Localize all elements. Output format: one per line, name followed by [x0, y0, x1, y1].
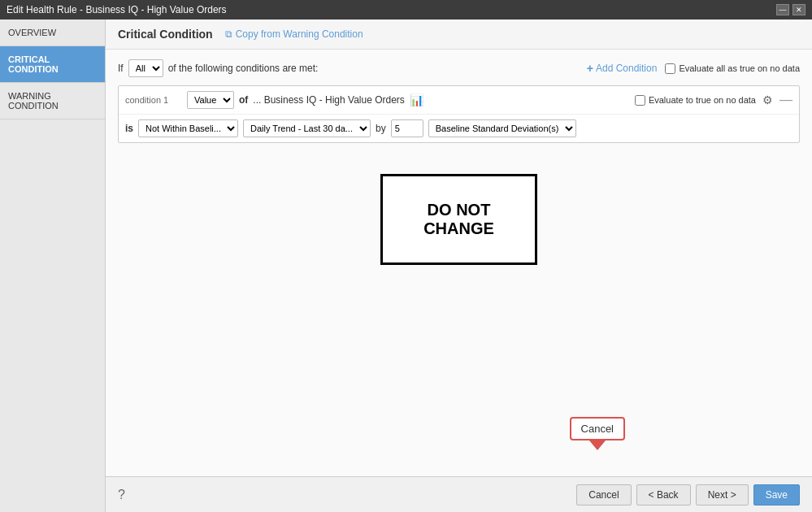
evaluate-all-row: Evaluate all as true on no data: [665, 63, 800, 74]
help-button[interactable]: ?: [118, 488, 125, 502]
do-not-change-box: DO NOT CHANGE: [380, 174, 537, 265]
chart-icon: 📊: [410, 93, 423, 106]
content-area: Critical Condition ⧉ Copy from Warning C…: [106, 20, 812, 512]
sidebar: OVERVIEW CRITICAL CONDITION WARNING COND…: [0, 20, 106, 512]
value-type-select[interactable]: Value: [187, 91, 234, 109]
cancel-tooltip-arrow-outer: [589, 440, 606, 450]
evaluate-to-true-checkbox[interactable]: [635, 95, 645, 106]
is-label: is: [125, 123, 133, 134]
gear-icon-btn[interactable]: ⚙: [762, 93, 773, 106]
cancel-tooltip-box[interactable]: Cancel: [570, 417, 625, 440]
title-bar: Edit Health Rule - Business IQ - High Va…: [0, 0, 812, 20]
add-condition-button[interactable]: + Add Condition: [587, 62, 658, 75]
section-title: Critical Condition: [118, 28, 213, 41]
help-icon: ?: [118, 488, 125, 501]
evaluate-all-checkbox[interactable]: [665, 63, 675, 74]
by-value-input[interactable]: [391, 119, 423, 137]
daily-trend-select[interactable]: Daily Trend - Last 30 da...: [243, 119, 371, 137]
content-header: Critical Condition ⧉ Copy from Warning C…: [106, 20, 812, 50]
cancel-button[interactable]: Cancel: [576, 484, 631, 505]
sidebar-item-warning[interactable]: WARNING CONDITION: [0, 83, 105, 119]
sidebar-item-overview[interactable]: OVERVIEW: [0, 20, 105, 46]
title-bar-controls: — ✕: [776, 4, 805, 15]
remove-condition-btn[interactable]: —: [779, 93, 792, 106]
back-button[interactable]: < Back: [636, 484, 691, 505]
evaluate-to-true-row: Evaluate to true on no data: [635, 95, 756, 106]
conditions-met-text: of the following conditions are met:: [168, 63, 319, 74]
by-label: by: [376, 123, 386, 134]
sidebar-item-critical[interactable]: CRITICAL CONDITION: [0, 46, 105, 83]
plus-icon: +: [587, 62, 593, 75]
if-row: If All of the following conditions are m…: [118, 59, 800, 77]
condition-label: condition 1: [125, 95, 182, 105]
cancel-tooltip: Cancel: [570, 417, 625, 450]
metric-path: ... Business IQ - High Value Orders: [253, 94, 405, 106]
next-button[interactable]: Next >: [696, 484, 749, 505]
if-label: If: [118, 63, 124, 74]
copy-icon: ⧉: [225, 28, 232, 40]
condition-row1: condition 1 Value of ... Business IQ - H…: [119, 86, 799, 115]
not-within-baseline-select[interactable]: Not Within Baseli...: [138, 119, 238, 137]
condition-block: condition 1 Value of ... Business IQ - H…: [118, 85, 800, 143]
do-not-change-area: DO NOT CHANGE: [118, 150, 800, 289]
minimize-btn[interactable]: —: [776, 4, 789, 15]
save-button[interactable]: Save: [753, 484, 800, 505]
footer: ? Cancel < Back Next > Save: [106, 476, 812, 512]
all-select[interactable]: All: [128, 59, 163, 77]
close-btn[interactable]: ✕: [792, 4, 805, 15]
window-title: Edit Health Rule - Business IQ - High Va…: [7, 4, 227, 15]
copy-from-warning-link[interactable]: ⧉ Copy from Warning Condition: [225, 28, 363, 40]
condition-row2: is Not Within Baseli... Daily Trend - La…: [119, 115, 799, 142]
deviation-select[interactable]: Baseline Standard Deviation(s): [428, 119, 576, 137]
conditions-area: If All of the following conditions are m…: [106, 50, 812, 476]
of-text: of: [239, 94, 248, 106]
